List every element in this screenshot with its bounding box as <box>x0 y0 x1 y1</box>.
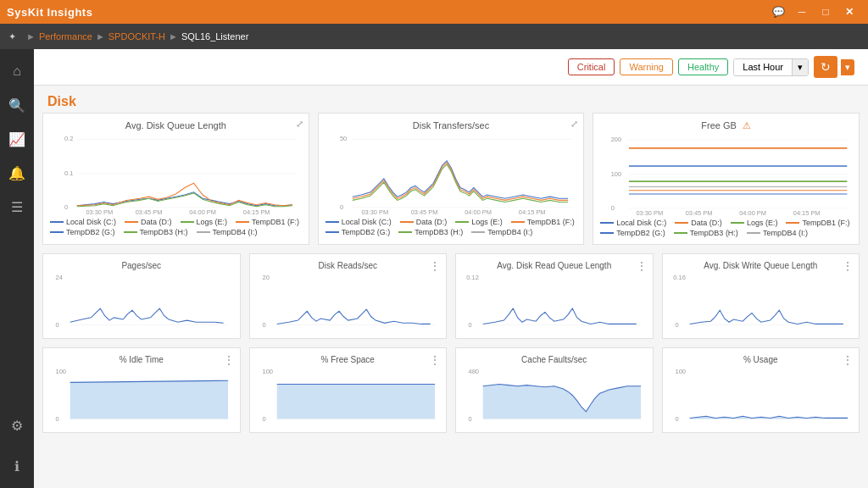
cache-faults-chart: 480 0 <box>463 366 646 425</box>
svg-text:04:15 PM: 04:15 PM <box>243 208 270 214</box>
chat-icon[interactable]: 💬 <box>766 0 790 24</box>
chart-menu-icon-4[interactable]: ⋮ <box>223 353 235 367</box>
chart-menu-icon-6[interactable]: ⋮ <box>842 353 854 367</box>
avg-disk-write-queue-card: Avg. Disk Write Queue Length ⋮ 0.16 0 <box>662 253 860 339</box>
content-area: Critical Warning Healthy Last Hour ▾ ↻ ▾… <box>34 49 868 488</box>
svg-text:03:45 PM: 03:45 PM <box>136 208 163 214</box>
svg-text:0: 0 <box>468 415 471 423</box>
idle-time-card: % Idle Time ⋮ 100 0 <box>42 347 241 433</box>
breadcrumb-performance[interactable]: Performance <box>39 31 92 42</box>
disk-reads-chart: 20 0 <box>257 272 440 331</box>
svg-text:200: 200 <box>611 136 621 143</box>
usage-card: % Usage ⋮ 100 0 <box>662 347 860 433</box>
free-space-card: % Free Space ⋮ 100 0 <box>249 347 448 433</box>
avg-disk-write-queue-chart: 0.16 0 <box>670 272 853 331</box>
svg-marker-49 <box>70 381 228 419</box>
sidebar: ⌂ 🔍 📈 🔔 ☰ ⚙ ℹ <box>0 49 34 488</box>
svg-text:0.16: 0.16 <box>673 274 686 281</box>
svg-text:0.1: 0.1 <box>64 169 73 177</box>
cache-faults-title: Cache Faults/sec <box>463 355 646 364</box>
refresh-dropdown-button[interactable]: ▾ <box>841 59 854 75</box>
idle-time-chart: 100 0 <box>50 366 233 425</box>
expand-icon[interactable]: ⤢ <box>296 119 303 130</box>
pages-sec-chart: 24 0 <box>50 272 233 331</box>
free-gb-title: Free GB ⚠ <box>600 120 852 131</box>
free-gb-chart: 200 100 0 03:30 PM 03: <box>600 135 852 215</box>
svg-text:0: 0 <box>262 321 265 329</box>
warning-filter-button[interactable]: Warning <box>620 58 673 75</box>
sidebar-item-home[interactable]: ⌂ <box>2 56 32 86</box>
svg-marker-57 <box>483 385 641 419</box>
svg-text:100: 100 <box>611 170 621 178</box>
main-layout: ⌂ 🔍 📈 🔔 ☰ ⚙ ℹ Critical Warning Healthy L… <box>0 49 868 488</box>
chart-menu-icon-5[interactable]: ⋮ <box>429 353 441 367</box>
svg-text:480: 480 <box>468 368 479 375</box>
avg-disk-read-queue-card: Avg. Disk Read Queue Length ⋮ 0.12 0 <box>455 253 654 339</box>
charts-row-3: % Idle Time ⋮ 100 0 % Free Space ⋮ <box>42 347 860 433</box>
avg-disk-queue-title: Avg. Disk Queue Length <box>50 120 302 130</box>
sidebar-item-info[interactable]: ℹ <box>2 451 32 481</box>
time-label: Last Hour <box>734 59 792 75</box>
title-bar: SysKit Insights 💬 ─ □ ✕ <box>0 0 868 24</box>
svg-text:04:00 PM: 04:00 PM <box>465 208 492 214</box>
breadcrumb-current: SQL16_Listener <box>181 31 249 42</box>
free-gb-card: Free GB ⚠ 200 100 0 <box>593 113 860 245</box>
sidebar-item-chart[interactable]: 📈 <box>2 124 32 154</box>
time-select[interactable]: Last Hour ▾ <box>733 58 809 76</box>
svg-text:0: 0 <box>64 203 68 211</box>
svg-text:04:15 PM: 04:15 PM <box>518 208 545 214</box>
sidebar-item-settings[interactable]: ⚙ <box>2 410 32 441</box>
disk-reads-card: Disk Reads/sec ⋮ 20 0 <box>249 253 448 339</box>
svg-text:50: 50 <box>340 135 347 142</box>
chart-menu-icon[interactable]: ⋮ <box>429 259 441 273</box>
chart-legend-2: Local Disk (C:) Data (D:) Logs (E:) Temp… <box>326 218 577 236</box>
charts-row-2: Pages/sec 24 0 Disk Reads/sec ⋮ 20 0 <box>42 253 860 339</box>
svg-text:04:15 PM: 04:15 PM <box>793 209 821 215</box>
disk-transfers-title: Disk Transfers/sec <box>326 120 577 130</box>
svg-text:0: 0 <box>675 321 678 329</box>
svg-text:0: 0 <box>55 321 58 329</box>
usage-chart: 100 0 <box>670 366 853 425</box>
svg-text:03:45 PM: 03:45 PM <box>410 208 437 214</box>
minimize-button[interactable]: ─ <box>790 0 814 24</box>
refresh-button[interactable]: ↻ <box>814 56 837 78</box>
chart-menu-icon-2[interactable]: ⋮ <box>636 259 648 273</box>
healthy-filter-button[interactable]: Healthy <box>678 58 728 75</box>
usage-title: % Usage <box>670 355 853 364</box>
avg-disk-read-queue-title: Avg. Disk Read Queue Length <box>463 261 646 270</box>
close-button[interactable]: ✕ <box>837 0 861 24</box>
free-space-title: % Free Space <box>257 355 440 364</box>
svg-marker-53 <box>276 385 434 419</box>
svg-text:100: 100 <box>675 368 686 375</box>
chart-menu-icon-3[interactable]: ⋮ <box>842 259 854 273</box>
disk-transfers-card: Disk Transfers/sec ⤢ 50 0 03:30 PM 03:45… <box>318 113 585 245</box>
svg-text:20: 20 <box>262 274 269 281</box>
free-space-chart: 100 0 <box>257 366 440 425</box>
charts-area: Avg. Disk Queue Length ⤢ 0.2 0.1 0 <box>34 113 868 450</box>
critical-filter-button[interactable]: Critical <box>568 58 615 75</box>
chart-legend-3: Local Disk (C:) Data (D:) Logs (E:) Temp… <box>600 219 852 237</box>
charts-row-1: Avg. Disk Queue Length ⤢ 0.2 0.1 0 <box>42 113 860 245</box>
svg-text:03:30 PM: 03:30 PM <box>361 208 388 214</box>
sidebar-item-search[interactable]: 🔍 <box>2 90 32 120</box>
svg-text:0: 0 <box>55 415 58 423</box>
expand-icon-2[interactable]: ⤢ <box>570 119 578 130</box>
sidebar-item-list[interactable]: ☰ <box>2 191 32 222</box>
svg-text:03:30 PM: 03:30 PM <box>637 209 664 215</box>
sidebar-item-bell[interactable]: 🔔 <box>2 158 32 188</box>
disk-section-title: Disk <box>34 86 868 113</box>
disk-reads-title: Disk Reads/sec <box>257 261 440 270</box>
avg-disk-write-queue-title: Avg. Disk Write Queue Length <box>670 261 853 270</box>
svg-text:0: 0 <box>340 203 343 211</box>
breadcrumb-server[interactable]: SPDOCKIT-H <box>108 31 165 42</box>
svg-text:03:45 PM: 03:45 PM <box>686 209 713 215</box>
warning-icon: ⚠ <box>743 120 751 130</box>
svg-text:0: 0 <box>611 204 615 212</box>
maximize-button[interactable]: □ <box>814 0 837 24</box>
time-dropdown-arrow[interactable]: ▾ <box>792 59 808 75</box>
home-icon[interactable]: ✦ <box>8 31 16 42</box>
avg-disk-queue-card: Avg. Disk Queue Length ⤢ 0.2 0.1 0 <box>42 113 309 245</box>
svg-text:0.12: 0.12 <box>466 274 479 281</box>
disk-transfers-chart: 50 0 03:30 PM 03:45 PM 04:00 PM 04:15 PM <box>326 134 577 214</box>
svg-text:03:30 PM: 03:30 PM <box>86 208 113 214</box>
